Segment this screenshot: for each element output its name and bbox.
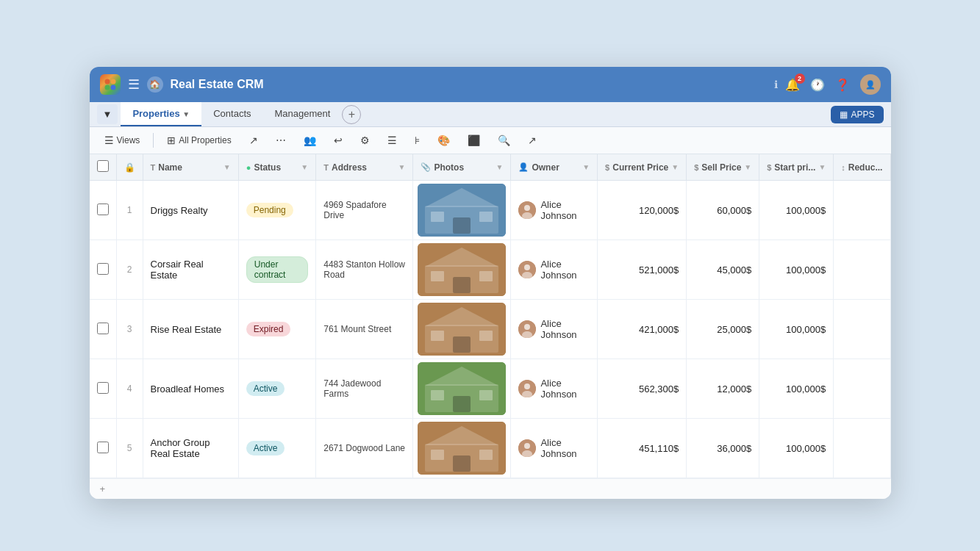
col-checkbox[interactable] (90, 154, 117, 181)
row-checkbox-cell[interactable] (90, 240, 117, 300)
share-icon: ↗ (249, 134, 258, 146)
color-button[interactable]: 🎨 (432, 132, 456, 149)
row-photo-cell[interactable] (413, 300, 511, 359)
row-checkbox-cell[interactable] (90, 181, 117, 240)
row-start-price-cell: 100,000$ (759, 240, 834, 300)
svg-rect-36 (479, 390, 493, 400)
tab-properties[interactable]: Properties ▼ (121, 102, 201, 126)
status-badge: Under contract (246, 256, 308, 283)
undo-button[interactable]: ↩ (328, 132, 348, 149)
name-sort-icon[interactable]: ▼ (223, 163, 231, 171)
row-address-cell: 4969 Spadafore Drive (316, 181, 413, 240)
svg-point-1 (110, 79, 115, 84)
table-container: 🔒 T Name ▼ ● Status ▼ (90, 154, 891, 499)
add-row-button[interactable]: + (90, 478, 891, 499)
row-photo-cell[interactable] (413, 181, 511, 240)
row-photo-cell[interactable] (413, 419, 511, 478)
owner-name: Alice Johnson (540, 378, 590, 400)
address-sort-icon[interactable]: ▼ (398, 163, 406, 171)
main-window: ☰ 🏠 Real Estate CRM ℹ 🔔 2 🕐 ❓ 👤 ▼ Proper… (90, 67, 891, 499)
row-checkbox[interactable] (97, 382, 109, 394)
filter-button[interactable]: ⊧ (409, 132, 426, 149)
apps-button[interactable]: ▦ APPS (831, 106, 883, 123)
svg-point-11 (524, 205, 530, 211)
col-current-price-header[interactable]: $ Current Price ▼ (598, 154, 687, 181)
add-tab-button[interactable]: + (342, 105, 361, 124)
undo-icon: ↩ (334, 134, 343, 146)
row-photo-cell[interactable] (413, 240, 511, 300)
row-current-price-cell: 421,000$ (598, 300, 687, 359)
select-all-checkbox[interactable] (97, 160, 109, 172)
row-owner-cell[interactable]: Alice Johnson (511, 359, 598, 419)
search-button[interactable]: 🔍 (492, 132, 516, 149)
row-name-cell[interactable]: Rise Real Estate (143, 300, 238, 359)
people-button[interactable]: 👥 (298, 132, 322, 149)
more-options-button[interactable]: ⋯ (270, 132, 292, 149)
svg-point-3 (110, 85, 115, 90)
col-address-header[interactable]: T Address ▼ (316, 154, 413, 181)
row-checkbox-cell[interactable] (90, 300, 117, 359)
row-status-cell[interactable]: Expired (238, 300, 315, 359)
image-button[interactable]: ⬛ (462, 132, 486, 149)
row-status-cell[interactable]: Under contract (238, 240, 315, 300)
row-current-price-cell: 562,300$ (598, 359, 687, 419)
menu-icon[interactable]: ☰ (128, 76, 140, 93)
col-start-price-header[interactable]: $ Start pri... ▼ (759, 154, 834, 181)
col-owner-header[interactable]: 👤 Owner ▼ (511, 154, 598, 181)
row-checkbox[interactable] (97, 204, 109, 215)
col-sell-price-header[interactable]: $ Sell Price ▼ (687, 154, 759, 181)
row-status-cell[interactable]: Active (238, 359, 315, 419)
owner-avatar (518, 380, 536, 397)
svg-rect-17 (431, 271, 444, 281)
row-name-cell[interactable]: Broadleaf Homes (143, 359, 238, 419)
sell-price-sort-icon[interactable]: ▼ (744, 163, 751, 171)
row-status-cell[interactable]: Active (238, 419, 315, 478)
row-checkbox[interactable] (97, 263, 109, 275)
tab-dropdown[interactable]: ▼ (97, 104, 118, 124)
row-owner-cell[interactable]: Alice Johnson (511, 181, 598, 240)
col-name-header[interactable]: T Name ▼ (143, 154, 238, 181)
row-owner-cell[interactable]: Alice Johnson (511, 300, 598, 359)
row-name-cell[interactable]: Driggs Realty (143, 181, 238, 240)
col-reduc-header[interactable]: ↕ Reduc... (834, 154, 890, 181)
status-badge: Expired (246, 322, 291, 336)
photos-sort-icon[interactable]: ▼ (496, 163, 504, 171)
reduc-value (834, 442, 890, 454)
all-properties-button[interactable]: ⊞ All Properties (161, 132, 237, 149)
row-checkbox[interactable] (97, 442, 109, 453)
current-price-sort-icon[interactable]: ▼ (671, 163, 679, 171)
export-button[interactable]: ↗ (522, 132, 543, 149)
row-photo-cell[interactable] (413, 359, 511, 419)
owner-sort-icon[interactable]: ▼ (582, 163, 590, 171)
row-checkbox[interactable] (97, 323, 109, 334)
col-status-header[interactable]: ● Status ▼ (238, 154, 315, 181)
status-sort-icon[interactable]: ▼ (301, 163, 308, 171)
settings-button[interactable]: ⚙ (354, 132, 376, 149)
col-photos-header[interactable]: 📎 Photos ▼ (413, 154, 511, 181)
row-name-cell[interactable]: Anchor Group Real Estate (143, 419, 238, 478)
share-view-button[interactable]: ↗ (243, 132, 264, 149)
list-view-button[interactable]: ☰ (382, 132, 403, 149)
search-icon: 🔍 (498, 134, 510, 146)
reduc-value (834, 204, 890, 216)
history-button[interactable]: 🕐 (810, 78, 825, 92)
views-button[interactable]: ☰ Views (99, 132, 146, 149)
row-status-cell[interactable]: Pending (238, 181, 315, 240)
row-checkbox-cell[interactable] (90, 419, 117, 478)
row-owner-cell[interactable]: Alice Johnson (511, 240, 598, 300)
start-price: 100,000$ (759, 199, 833, 222)
notifications-button[interactable]: 🔔 2 (785, 78, 800, 92)
svg-point-38 (524, 383, 530, 389)
svg-point-29 (524, 324, 530, 330)
tab-management[interactable]: Management (263, 102, 343, 126)
tab-contacts[interactable]: Contacts (201, 102, 262, 126)
user-avatar[interactable]: 👤 (860, 74, 881, 95)
row-sell-price-cell: 60,000$ (687, 181, 759, 240)
address-text: 761 Mount Street (316, 318, 412, 340)
row-checkbox-cell[interactable] (90, 359, 117, 419)
start-price-sort-icon[interactable]: ▼ (818, 163, 826, 171)
row-name-cell[interactable]: Corsair Real Estate (143, 240, 238, 300)
help-button[interactable]: ❓ (835, 78, 850, 92)
row-owner-cell[interactable]: Alice Johnson (511, 419, 598, 478)
info-icon[interactable]: ℹ (774, 79, 778, 90)
